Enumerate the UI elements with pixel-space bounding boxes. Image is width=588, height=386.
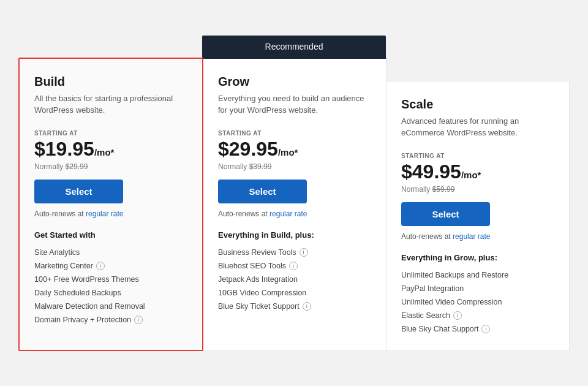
- plan-desc-grow: Everything you need to build an audience…: [218, 93, 371, 116]
- select-button-scale[interactable]: Select: [401, 202, 490, 226]
- price-scale: $49.95/mo*: [401, 161, 554, 183]
- normally-grow: Normally $39.99: [218, 162, 371, 171]
- feature-item: Blue Sky Ticket Support i: [218, 300, 371, 313]
- feature-item: Unlimited Video Compression: [401, 295, 554, 309]
- select-button-build[interactable]: Select: [34, 180, 123, 203]
- feature-item: 10GB Video Compression: [218, 286, 371, 300]
- starting-at-scale: STARTING AT: [401, 153, 554, 159]
- info-icon[interactable]: i: [134, 316, 143, 324]
- info-icon[interactable]: i: [96, 262, 105, 270]
- plan-desc-scale: Advanced features for running an eCommer…: [401, 115, 554, 139]
- auto-renew-build: Auto-renews at regular rate: [34, 210, 187, 218]
- regular-rate-link-scale[interactable]: regular rate: [453, 232, 490, 241]
- plan-card-scale: Scale Advanced features for running an e…: [386, 81, 570, 351]
- auto-renew-grow: Auto-renews at regular rate: [218, 210, 371, 218]
- starting-at-build: STARTING AT: [34, 130, 187, 137]
- feature-item: 100+ Free WordPress Themes: [34, 273, 187, 286]
- auto-renew-scale: Auto-renews at regular rate: [401, 232, 554, 241]
- plan-card-build: Build All the basics for starting a prof…: [18, 58, 203, 351]
- feature-item: PayPal Integration: [401, 282, 554, 295]
- plan-name-grow: Grow: [218, 75, 371, 89]
- features-title-build: Get Started with: [34, 230, 187, 240]
- features-title-scale: Everything in Grow, plus:: [401, 253, 554, 262]
- recommended-banner: Recommended: [202, 36, 386, 58]
- feature-item: Elastic Search i: [401, 309, 554, 322]
- plan-name-build: Build: [34, 75, 187, 89]
- normally-scale: Normally $59.99: [401, 185, 554, 194]
- regular-rate-link-grow[interactable]: regular rate: [270, 210, 307, 218]
- feature-item: Malware Detection and Removal: [34, 300, 187, 313]
- regular-rate-link-build[interactable]: regular rate: [86, 210, 123, 218]
- plan-name-scale: Scale: [401, 97, 554, 112]
- feature-item: Unlimited Backups and Restore: [401, 268, 554, 282]
- features-list-scale: Unlimited Backups and Restore PayPal Int…: [401, 268, 554, 336]
- plan-card-grow: Grow Everything you need to build an aud…: [203, 58, 386, 351]
- feature-item: Marketing Center i: [34, 259, 187, 273]
- features-list-grow: Business Review Tools i Bluehost SEO Too…: [218, 246, 371, 313]
- plan-desc-build: All the basics for starting a profession…: [34, 93, 187, 116]
- feature-item: Daily Scheduled Backups: [34, 286, 187, 300]
- info-icon[interactable]: i: [453, 311, 462, 320]
- info-icon[interactable]: i: [481, 325, 490, 333]
- info-icon[interactable]: i: [303, 302, 311, 311]
- feature-item: Bluehost SEO Tools i: [218, 259, 371, 273]
- price-grow: $29.95/mo*: [218, 138, 371, 161]
- features-title-grow: Everything in Build, plus:: [218, 230, 371, 240]
- starting-at-grow: STARTING AT: [218, 130, 371, 137]
- feature-item: Domain Privacy + Protection i: [34, 313, 187, 327]
- features-list-build: Site Analytics Marketing Center i 100+ F…: [34, 246, 187, 327]
- info-icon[interactable]: i: [300, 248, 308, 257]
- feature-item: Blue Sky Chat Support i: [401, 322, 554, 336]
- info-icon[interactable]: i: [289, 262, 298, 270]
- price-build: $19.95/mo*: [34, 138, 187, 161]
- feature-item: Site Analytics: [34, 246, 187, 259]
- feature-item: Business Review Tools i: [218, 246, 371, 259]
- normally-build: Normally $29.99: [34, 162, 187, 171]
- feature-item: Jetpack Ads Integration: [218, 273, 371, 286]
- select-button-grow[interactable]: Select: [218, 180, 307, 203]
